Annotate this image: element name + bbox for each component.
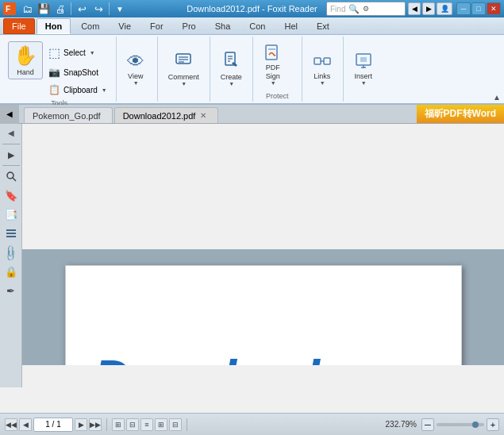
search-input: Find [330,5,345,13]
sidebar-collapse-btn[interactable]: ◀ [6,127,16,139]
main-area: ◀ ▶ 🔖 📑 📎 🔒 ✒ Download.com.v [0,124,504,387]
status-bar: ◀◀ ◀ ▶ ▶▶ ⊞ ⊟ ≡ ⊞ ⊟ 232.79% ─ + [0,413,504,435]
snapshot-icon: 📷 [48,67,60,78]
comment-buttons: Comment ▼ [163,38,205,98]
select-icon: ⬚ [48,45,60,60]
tab-pokemon-go[interactable]: Pokemon_Go.pdf [24,107,113,123]
ribbon-collapse-btn[interactable]: ▲ [493,93,501,102]
undo-icon[interactable]: ↩ [74,1,90,17]
pages-icon[interactable]: 📑 [2,206,20,223]
search-icon[interactable]: 🔍 [348,4,360,14]
tab-file[interactable]: File [3,18,35,34]
svg-rect-14 [324,58,330,64]
page-nav-icon[interactable]: ▶ [2,146,20,164]
tab-pro[interactable]: Pro [174,18,205,34]
redo-icon[interactable]: ↪ [90,1,106,17]
search-options-icon[interactable]: ⚙ [363,5,369,13]
print-icon[interactable]: 🖨 [52,1,68,17]
layout-btn5[interactable]: ⊟ [169,418,182,431]
links-group: Links ▼ [302,37,344,102]
status-sep2 [187,418,187,431]
snapshot-button[interactable]: 📷 SnapShot [44,64,111,80]
zoom-out-btn[interactable]: ─ [421,418,434,431]
view-button[interactable]: 👁 View ▼ [121,48,150,89]
prev-page-btn[interactable]: ◀ [19,418,32,431]
zoom-in-btn[interactable]: + [487,418,499,431]
tab-com[interactable]: Com [72,18,108,34]
create-buttons: Create ▼ [215,38,248,98]
zoom-percent: 232.79% [386,420,417,429]
title-bar-left: F 🗂 💾 🖨 ↩ ↪ ▼ [3,1,128,17]
layout-btn2[interactable]: ⊟ [126,418,139,431]
dropdown-icon[interactable]: ▼ [112,1,128,17]
tab-scroll-left[interactable]: ◀ [0,105,19,124]
insert-label: Insert [355,72,373,80]
tab-for[interactable]: For [141,18,172,34]
zoom-thumb[interactable] [472,422,479,428]
svg-rect-24 [6,229,16,231]
next-page-btn[interactable]: ▶ [75,418,87,431]
user-btn[interactable]: 👤 [437,2,452,15]
tab-ext[interactable]: Ext [308,18,338,34]
links-button[interactable]: Links ▼ [307,48,337,89]
logo-main: Download [94,350,317,365]
layout-btn1[interactable]: ⊞ [112,418,125,431]
select-button[interactable]: ⬚ Select ▼ [44,43,111,63]
page-navigation: ◀◀ ◀ ▶ ▶▶ [5,418,102,432]
layout-btn3[interactable]: ≡ [140,418,153,431]
tab-close-btn[interactable]: ✕ [200,112,206,120]
svg-rect-22 [6,236,16,237]
protect-buttons: PDFSign ▼ [258,38,297,90]
security-icon[interactable]: 🔒 [2,263,20,280]
protect-group: PDFSign ▼ protect [253,37,302,102]
view-buttons: 👁 View ▼ [121,38,152,98]
bookmark-icon[interactable]: 🔖 [2,187,20,204]
search-bar[interactable]: Find 🔍 ⚙ [326,2,406,16]
attachment-icon[interactable]: 📎 [0,240,23,264]
tab-hon[interactable]: Hon [37,18,71,34]
insert-group: Insert ▼ [344,37,385,102]
create-label: Create [221,73,242,81]
comment-button[interactable]: Comment ▼ [163,48,205,90]
create-button[interactable]: Create ▼ [215,48,248,90]
open-icon[interactable]: 🗂 [19,1,35,17]
create-arrow: ▼ [229,81,234,87]
logo-text: Download.com.vn [94,353,433,365]
nav-fwd-btn[interactable]: ▶ [422,2,435,15]
pdfsign-button[interactable]: PDFSign ▼ [258,40,288,90]
minimize-btn[interactable]: ─ [456,2,471,15]
signature-icon[interactable]: ✒ [2,282,20,299]
insert-arrow: ▼ [361,80,367,86]
page-input[interactable] [33,418,73,432]
save-icon[interactable]: 💾 [36,1,52,17]
clipboard-button[interactable]: 📋 Clipboard ▼ [44,82,111,98]
svg-point-20 [7,172,13,179]
layout-btn4[interactable]: ⊞ [155,418,167,431]
tools-group: ✋ Hand ⬚ Select ▼ 📷 SnapShot 📋 Clipboard… [3,37,117,102]
svg-rect-13 [314,58,321,64]
pdf-to-word-button[interactable]: 福昕PDF转Word [417,105,504,123]
close-btn[interactable]: ✕ [487,2,501,15]
clipboard-icon: 📋 [48,84,60,95]
comment-icon [175,51,192,73]
tab-hel[interactable]: Hel [275,18,306,34]
doc-tabs: ◀ Pokemon_Go.pdf Download2012.pdf ✕ 福昕PD… [0,105,504,124]
last-page-btn[interactable]: ▶▶ [89,418,102,431]
insert-button[interactable]: Insert ▼ [348,48,379,89]
hand-button[interactable]: ✋ Hand [8,41,43,79]
zoom-tool-icon[interactable] [2,167,20,185]
tab-sha[interactable]: Sha [206,18,240,34]
tab-vie[interactable]: Vie [110,18,140,34]
layers-icon[interactable] [2,225,20,242]
tab-download2012[interactable]: Download2012.pdf ✕ [114,107,219,123]
maximize-btn[interactable]: □ [471,2,486,15]
first-page-btn[interactable]: ◀◀ [5,418,17,431]
nav-back-btn[interactable]: ◀ [408,2,421,15]
tab-con[interactable]: Con [240,18,274,34]
links-label: Links [314,72,330,80]
zoom-slider[interactable] [437,423,484,426]
svg-rect-23 [6,233,16,234]
comment-arrow: ▼ [181,81,187,87]
tab-pokemon-label: Pokemon_Go.pdf [33,111,101,121]
zoom-controls: ─ + [421,418,499,431]
